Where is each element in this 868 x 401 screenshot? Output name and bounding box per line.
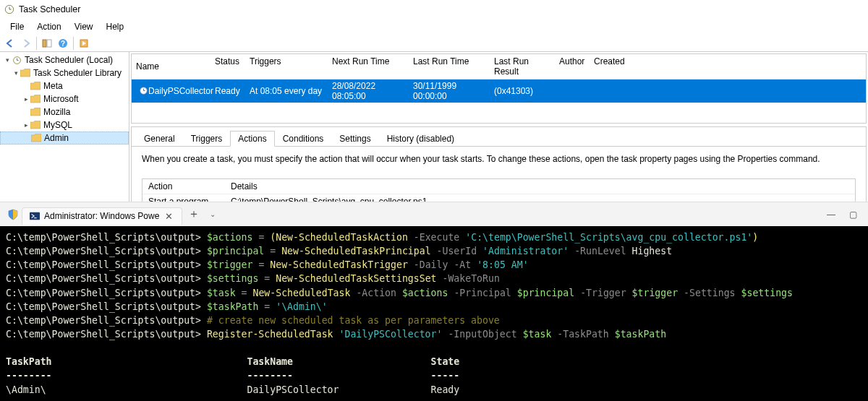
- folder-icon: [20, 68, 30, 78]
- col-last-result[interactable]: Last Run Result: [490, 54, 555, 79]
- tab-general[interactable]: General: [136, 131, 183, 147]
- tree-item-microsoft[interactable]: ▸Microsoft: [0, 92, 129, 105]
- toolbar: ?: [0, 35, 868, 52]
- run-icon[interactable]: [77, 36, 91, 51]
- task-status: Ready: [210, 85, 245, 98]
- folder-icon: [30, 94, 41, 104]
- terminal-output[interactable]: C:\temp\PowerShell_Scripts\output> $acti…: [0, 226, 868, 401]
- tab-actions[interactable]: Actions: [230, 131, 274, 147]
- menu-view[interactable]: View: [69, 20, 99, 33]
- minimize-button[interactable]: —: [820, 210, 842, 220]
- svg-rect-3: [43, 40, 46, 47]
- navigation-tree[interactable]: ▾ Task Scheduler (Local) ▾ Task Schedule…: [0, 52, 129, 202]
- tab-triggers[interactable]: Triggers: [183, 131, 231, 147]
- chevron-right-icon[interactable]: ▸: [22, 121, 30, 129]
- maximize-button[interactable]: ▢: [842, 210, 864, 220]
- tab-conditions[interactable]: Conditions: [275, 131, 332, 147]
- task-row[interactable]: DailyPSCollector Ready At 08:05 every da…: [132, 79, 866, 103]
- folder-icon: [30, 120, 41, 130]
- tree-node-label: Admin: [44, 133, 69, 143]
- chevron-down-icon[interactable]: ▾: [12, 69, 20, 77]
- show-hide-tree-icon[interactable]: [40, 36, 54, 51]
- svg-rect-4: [47, 40, 51, 47]
- window-title: Task Scheduler: [19, 4, 80, 14]
- col-name[interactable]: Name: [132, 54, 210, 79]
- menu-file[interactable]: File: [4, 20, 30, 33]
- svg-text:?: ?: [61, 39, 65, 47]
- main-area: ▾ Task Scheduler (Local) ▾ Task Schedule…: [0, 52, 868, 202]
- shield-icon: [7, 209, 19, 220]
- tree-node-label: Task Scheduler Library: [33, 68, 122, 78]
- folder-icon: [30, 81, 41, 91]
- task-scheduler-icon: [4, 4, 14, 14]
- powershell-icon: [30, 211, 40, 221]
- task-triggers: At 08:05 every day: [245, 85, 328, 98]
- close-tab-icon[interactable]: ✕: [163, 211, 174, 222]
- folder-icon: [30, 107, 41, 117]
- task-last-run: 30/11/1999 00:00:00: [409, 79, 490, 103]
- tree-library[interactable]: ▾ Task Scheduler Library: [0, 66, 129, 79]
- tree-item-mysql[interactable]: ▸MySQL: [0, 118, 129, 131]
- tree-root[interactable]: ▾ Task Scheduler (Local): [0, 53, 129, 66]
- actions-header: Action Details: [142, 179, 855, 194]
- back-button[interactable]: [3, 36, 17, 51]
- tree-node-label: Meta: [43, 81, 63, 91]
- tabs-strip: General Triggers Actions Conditions Sett…: [132, 127, 866, 147]
- terminal-tab-bar: Administrator: Windows Powe ✕ ＋ ⌄ — ▢: [0, 202, 868, 226]
- col-next-run[interactable]: Next Run Time: [328, 54, 409, 79]
- terminal-window: Administrator: Windows Powe ✕ ＋ ⌄ — ▢ C:…: [0, 202, 868, 401]
- tree-node-label: Task Scheduler (Local): [25, 55, 113, 65]
- col-triggers[interactable]: Triggers: [245, 54, 328, 79]
- chevron-right-icon[interactable]: ▸: [22, 95, 30, 103]
- tab-menu-chevron-icon[interactable]: ⌄: [205, 207, 220, 221]
- new-tab-button[interactable]: ＋: [182, 204, 205, 225]
- chevron-down-icon[interactable]: ▾: [3, 56, 12, 64]
- folder-icon: [31, 133, 41, 143]
- terminal-tab[interactable]: Administrator: Windows Powe ✕: [22, 207, 182, 225]
- task-list-header: Name Status Triggers Next Run Time Last …: [132, 54, 866, 79]
- help-icon[interactable]: ?: [56, 36, 70, 51]
- tab-settings[interactable]: Settings: [331, 131, 378, 147]
- col-status[interactable]: Status: [210, 54, 245, 79]
- forward-button[interactable]: [19, 36, 33, 51]
- task-icon: [139, 86, 148, 96]
- tree-item-admin[interactable]: Admin: [0, 131, 129, 145]
- tree-node-label: MySQL: [43, 120, 72, 130]
- tab-history[interactable]: History (disabled): [379, 131, 462, 147]
- task-author: [555, 90, 590, 92]
- menu-bar: File Action View Help: [0, 19, 868, 35]
- terminal-tab-title: Administrator: Windows Powe: [44, 211, 159, 221]
- task-created: [590, 90, 866, 92]
- task-name: DailyPSCollector: [148, 86, 213, 96]
- tree-node-label: Mozilla: [43, 107, 70, 117]
- task-next-run: 28/08/2022 08:05:00: [328, 79, 409, 103]
- tree-item-meta[interactable]: Meta: [0, 79, 129, 92]
- task-scheduler-icon: [12, 55, 22, 65]
- title-bar: Task Scheduler: [0, 0, 868, 19]
- task-last-result: (0x41303): [490, 85, 555, 98]
- col-details[interactable]: Details: [225, 179, 855, 194]
- actions-hint: When you create a task, you must specify…: [132, 147, 866, 171]
- tree-item-mozilla[interactable]: Mozilla: [0, 105, 129, 118]
- col-action[interactable]: Action: [142, 179, 225, 194]
- menu-help[interactable]: Help: [101, 20, 130, 33]
- menu-action[interactable]: Action: [31, 20, 67, 33]
- content-pane: Name Status Triggers Next Run Time Last …: [129, 52, 868, 202]
- col-created[interactable]: Created: [590, 54, 866, 79]
- col-author[interactable]: Author: [555, 54, 590, 79]
- task-list[interactable]: Name Status Triggers Next Run Time Last …: [131, 53, 867, 124]
- col-last-run[interactable]: Last Run Time: [409, 54, 490, 79]
- tree-node-label: Microsoft: [43, 94, 79, 104]
